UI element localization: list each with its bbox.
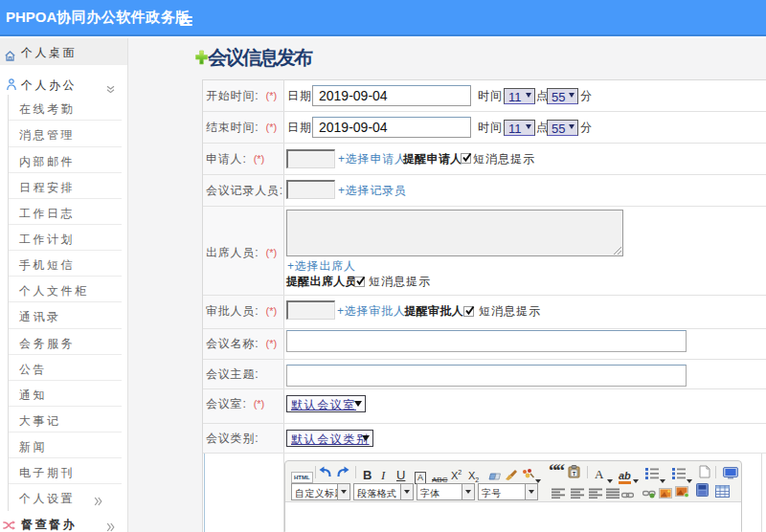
svg-text:T: T xyxy=(573,471,576,477)
